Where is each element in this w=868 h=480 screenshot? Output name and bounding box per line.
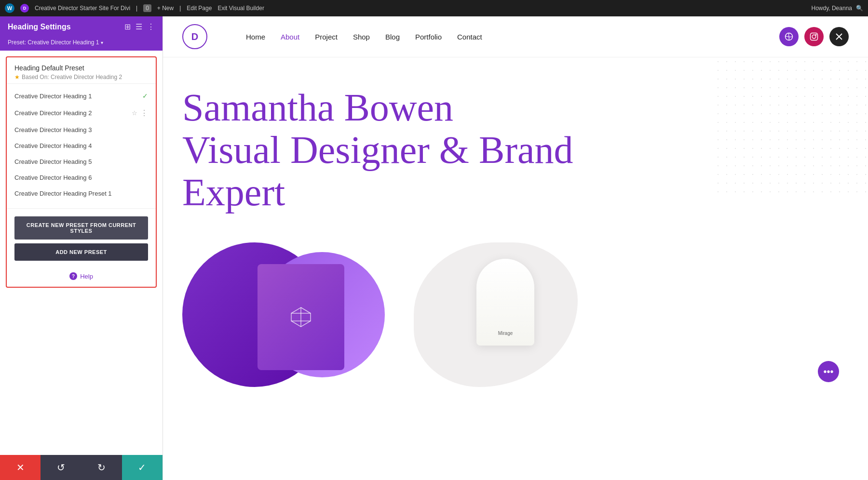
svg-rect-1 [811, 33, 818, 40]
new-button[interactable]: + New [157, 5, 174, 12]
site-nav: D Home About Project Shop Blog Portfolio… [163, 16, 868, 57]
svg-point-3 [815, 34, 816, 35]
sidebar-header: Heading Settings ⊞ ☰ ⋮ [0, 16, 163, 37]
help-section[interactable]: ? Help [7, 267, 156, 287]
site-name-link[interactable]: Creative Director Starter Site For Divi [35, 5, 130, 12]
hero-title-line3: Expert [182, 171, 285, 213]
hero-title-line2: Visual Designer & Brand [182, 129, 573, 171]
hero-dots-decoration [714, 57, 868, 192]
star-icon-2: ☆ [132, 109, 137, 117]
sidebar-title: Heading Settings [8, 23, 71, 31]
nav-contact[interactable]: Contact [457, 33, 482, 41]
edit-page-link[interactable]: Edit Page [187, 5, 212, 12]
preset-item-4[interactable]: Creative Director Heading 4 [7, 138, 156, 154]
candle-label: Mirage [498, 331, 513, 336]
dribbble-icon [785, 32, 793, 41]
site-logo[interactable]: D [182, 24, 207, 49]
preset-item-1[interactable]: Creative Director Heading 1 ✓ [7, 88, 156, 104]
twitter-x-icon [835, 32, 843, 41]
instagram-icon [810, 32, 818, 41]
products-section: Mirage [163, 242, 868, 392]
candle-image: Mirage [476, 259, 534, 346]
content-area: D Home About Project Shop Blog Portfolio… [163, 16, 868, 480]
search-icon[interactable]: 🔍 [856, 5, 863, 12]
undo-button[interactable]: ↺ [41, 455, 81, 480]
preset-item-3-label: Creative Director Heading 3 [14, 126, 92, 133]
dribbble-button[interactable] [779, 27, 799, 46]
admin-bar: W D Creative Director Starter Site For D… [0, 0, 868, 16]
exit-builder-link[interactable]: Exit Visual Builder [217, 5, 264, 12]
create-preset-button[interactable]: CREATE NEW PRESET FROM CURRENT STYLES [14, 216, 148, 240]
cancel-icon: ✕ [16, 462, 25, 473]
presets-panel: Heading Default Preset ★ Based On: Creat… [6, 56, 157, 288]
preset-actions: CREATE NEW PRESET FROM CURRENT STYLES AD… [7, 212, 156, 267]
package-image [258, 264, 344, 370]
preset-item-5-label: Creative Director Heading 5 [14, 158, 92, 165]
check-icon-1: ✓ [142, 92, 148, 100]
product-image-1 [182, 242, 385, 392]
help-label: Help [80, 273, 93, 280]
product-image-2: Mirage [414, 242, 597, 392]
add-preset-button[interactable]: ADD NEW PRESET [14, 243, 148, 261]
preset-caret-icon: ▾ [101, 40, 103, 45]
sidebar-toolbar: ✕ ↺ ↻ ✓ [0, 455, 163, 480]
preset-default-name: Heading Default Preset [14, 64, 148, 72]
ellipsis-icon[interactable]: ⋮ [147, 22, 155, 31]
redo-button[interactable]: ↻ [81, 455, 122, 480]
redo-icon: ↻ [97, 462, 106, 473]
howdy-text: Howdy, Deanna [812, 5, 853, 12]
nav-portfolio[interactable]: Portfolio [415, 33, 442, 41]
star-icon: ★ [14, 74, 20, 80]
preset-item-4-label: Creative Director Heading 4 [14, 142, 92, 149]
preset-item-5[interactable]: Creative Director Heading 5 [7, 154, 156, 170]
preset-based-on-text: Based On: Creative Director Heading 2 [22, 74, 122, 80]
fab-button[interactable]: ••• [818, 361, 839, 382]
preset-item-7[interactable]: Creative Director Heading Preset 1 [7, 186, 156, 201]
cancel-button[interactable]: ✕ [0, 455, 41, 480]
preset-header-item: Heading Default Preset ★ Based On: Creat… [7, 57, 156, 84]
nav-blog[interactable]: Blog [385, 33, 400, 41]
svg-point-2 [812, 35, 816, 39]
twitter-x-button[interactable] [829, 27, 849, 46]
fab-icon: ••• [823, 366, 833, 377]
instagram-button[interactable] [804, 27, 824, 46]
nav-shop[interactable]: Shop [353, 33, 370, 41]
preset-item-6[interactable]: Creative Director Heading 6 [7, 170, 156, 186]
preset-label-text: Preset: Creative Director Heading 1 [8, 39, 99, 46]
wp-logo-icon[interactable]: W [5, 3, 14, 13]
hero-section: Samantha Bowen Visual Designer & Brand E… [163, 57, 868, 233]
resize-icon[interactable]: ⊞ [124, 22, 131, 31]
sidebar-panel: Heading Settings ⊞ ☰ ⋮ Preset: Creative … [0, 16, 163, 480]
save-icon: ✓ [138, 462, 146, 473]
package-icon [289, 305, 313, 329]
preset-list: Creative Director Heading 1 ✓ Creative D… [7, 84, 156, 205]
comment-bubble[interactable]: 0 [143, 4, 151, 12]
preset-item-1-label: Creative Director Heading 1 [14, 93, 92, 100]
preset-item-2[interactable]: Creative Director Heading 2 ☆ ⋮ [7, 104, 156, 122]
preset-item-7-label: Creative Director Heading Preset 1 [14, 190, 112, 197]
preset-divider [7, 208, 156, 209]
save-button[interactable]: ✓ [122, 455, 163, 480]
preset-label-bar[interactable]: Preset: Creative Director Heading 1 ▾ [0, 37, 163, 51]
columns-icon[interactable]: ☰ [136, 22, 142, 31]
logo-letter: D [191, 31, 198, 42]
hero-title: Samantha Bowen Visual Designer & Brand E… [182, 86, 616, 213]
divi-badge-icon[interactable]: D [20, 4, 29, 13]
undo-icon: ↺ [57, 462, 65, 473]
nav-social [779, 27, 849, 46]
nav-project[interactable]: Project [315, 33, 338, 41]
preset-based-on: ★ Based On: Creative Director Heading 2 [14, 74, 148, 80]
nav-links: Home About Project Shop Blog Portfolio C… [246, 33, 482, 41]
nav-home[interactable]: Home [246, 33, 265, 41]
preset-item-3[interactable]: Creative Director Heading 3 [7, 122, 156, 138]
help-icon: ? [69, 272, 77, 280]
dots-icon-2[interactable]: ⋮ [140, 108, 148, 118]
hero-title-line1: Samantha Bowen [182, 86, 453, 129]
preset-item-2-label: Creative Director Heading 2 [14, 109, 92, 117]
sidebar-header-icons: ⊞ ☰ ⋮ [124, 22, 155, 31]
preset-item-6-label: Creative Director Heading 6 [14, 174, 92, 181]
nav-about[interactable]: About [281, 33, 299, 41]
